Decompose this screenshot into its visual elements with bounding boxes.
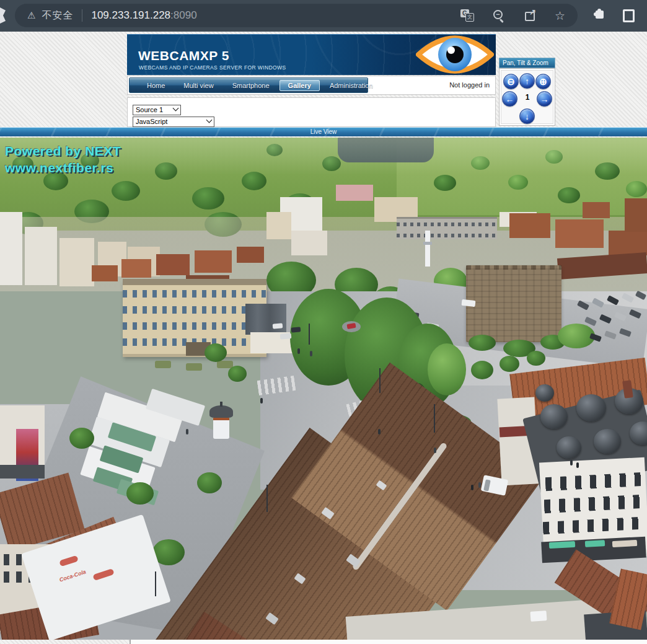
watermark-line1: Powered by NEXT	[5, 143, 121, 159]
scene-shape	[425, 231, 430, 267]
scene-shape	[237, 247, 264, 263]
dome-shape	[535, 384, 554, 402]
security-label[interactable]: 不安全	[42, 9, 73, 22]
scene-shape	[625, 198, 647, 232]
scene-shape	[478, 482, 481, 488]
scene-shape	[297, 348, 300, 354]
scene-shape	[266, 485, 268, 512]
browser-toolbar: ⚠ 不安全 109.233.191.228 :8090 G 文 − ↗ ☆	[0, 0, 647, 32]
tab-administration[interactable]: Administration	[321, 80, 382, 91]
scene-shape	[209, 405, 233, 418]
ptz-zoom-in-button[interactable]: ⊕	[535, 74, 551, 89]
app-title: WEBCAMXP 5	[138, 48, 229, 63]
tree-shape	[469, 335, 496, 351]
ptz-zoom-level: 1	[522, 93, 532, 102]
scene-shape	[555, 219, 604, 248]
url-port[interactable]: :8090	[170, 9, 197, 22]
tree-shape	[471, 361, 493, 379]
nav-bar: Home Multi view Smartphone Gallery Admin…	[129, 77, 368, 93]
tlight-shape	[428, 343, 466, 395]
zoom-out-icon[interactable]: −	[493, 9, 505, 22]
scene-shape	[260, 398, 263, 404]
scene-shape	[195, 250, 232, 273]
dome-shape	[540, 404, 568, 429]
eye-logo-icon	[416, 35, 494, 75]
source-controls: Source 1 JavaScript	[127, 97, 496, 127]
scene-shape	[273, 323, 283, 329]
address-bar[interactable]: ⚠ 不安全 109.233.191.228 :8090 G 文 − ↗ ☆	[15, 4, 578, 27]
scene-shape	[280, 333, 292, 340]
tab-smartphone[interactable]: Smartphone	[224, 80, 278, 91]
tree-shape	[126, 482, 154, 505]
scene-shape	[309, 324, 310, 345]
tree-shape	[192, 187, 224, 210]
live-view-bar: Live View	[0, 127, 647, 136]
magnifier-ring: −	[493, 10, 503, 19]
tree-shape	[69, 428, 94, 449]
scene-shape	[59, 238, 94, 286]
address-divider	[82, 9, 82, 22]
share-icon[interactable]: ↗	[524, 9, 536, 22]
scene-shape	[471, 485, 473, 490]
scene-shape	[123, 279, 266, 284]
scene-shape	[121, 259, 151, 278]
address-bar-icons: G 文 − ↗ ☆	[460, 9, 565, 22]
ptz-left-button[interactable]: ←	[502, 91, 517, 107]
ptz-zoom-out-button[interactable]: ⊖	[503, 74, 519, 89]
scene-shape	[186, 429, 188, 434]
scene-shape	[217, 361, 233, 368]
webcam-live-image: Powered by NEXT www.nextfiber.rs Coca-Co…	[0, 138, 647, 640]
ptz-panel: Pan, Tilt & Zoom ⊖ ↑ ⊕ ← 1 → ↓	[499, 58, 555, 126]
tab-multi-view[interactable]: Multi view	[175, 80, 222, 91]
tab-gallery[interactable]: Gallery	[279, 80, 320, 91]
scene-shape	[156, 254, 190, 275]
extensions-icon[interactable]	[596, 11, 604, 19]
warning-icon[interactable]: ⚠	[27, 10, 35, 21]
fort-shape	[466, 265, 561, 342]
tree-shape	[112, 181, 140, 201]
tree-shape	[434, 175, 456, 191]
ptz-up-button[interactable]: ↑	[519, 73, 535, 89]
translate-icon[interactable]: G 文	[460, 9, 474, 22]
page: ⚠ 不安全 109.233.191.228 :8090 G 文 − ↗ ☆	[0, 0, 647, 644]
dome-shape	[557, 436, 581, 459]
school-shape	[397, 217, 497, 239]
scene-shape	[92, 265, 118, 281]
scene-shape	[570, 460, 573, 465]
scene-shape	[379, 368, 381, 393]
scene-shape	[462, 299, 476, 307]
scene-shape	[336, 185, 373, 201]
ptz-right-button[interactable]: →	[537, 91, 552, 107]
bookmark-star-icon[interactable]: ☆	[555, 10, 565, 22]
scene-shape	[245, 304, 286, 335]
share-arrow: ↗	[529, 7, 536, 17]
ptz-title: Pan, Tilt & Zoom	[499, 58, 555, 68]
tree-shape	[197, 472, 222, 493]
url-host[interactable]: 109.233.191.228	[91, 9, 170, 22]
live-view-label: Live View	[0, 128, 647, 135]
scene-shape	[434, 448, 436, 453]
scene-shape	[25, 227, 57, 285]
scene-shape	[509, 213, 550, 238]
magnifier-handle	[500, 18, 504, 22]
profile-icon[interactable]	[623, 9, 635, 22]
tlight-shape	[626, 181, 647, 197]
tlight-shape	[508, 175, 528, 190]
ptz-body: ⊖ ↑ ⊕ ← 1 → ↓	[499, 68, 555, 126]
tab-home[interactable]: Home	[138, 80, 174, 91]
scene-shape	[576, 462, 579, 468]
scene-shape	[155, 571, 156, 596]
watermark: Powered by NEXT www.nextfiber.rs	[5, 143, 121, 176]
scene-shape	[585, 540, 605, 547]
webcamxp-banner: WEBCAMXP 5 WEBCAMS AND IP CAMERAS SERVER…	[127, 34, 496, 75]
ptz-down-button[interactable]: ↓	[519, 108, 535, 124]
scene-shape	[266, 212, 291, 239]
scene-shape	[155, 361, 171, 368]
scene-shape	[0, 212, 22, 285]
script-select[interactable]: JavaScript	[133, 117, 214, 127]
source-select[interactable]: Source 1	[133, 105, 181, 115]
scene-shape	[423, 242, 432, 245]
scene-shape	[291, 327, 301, 332]
scene-shape	[220, 402, 222, 407]
bottom-strip	[130, 640, 647, 644]
